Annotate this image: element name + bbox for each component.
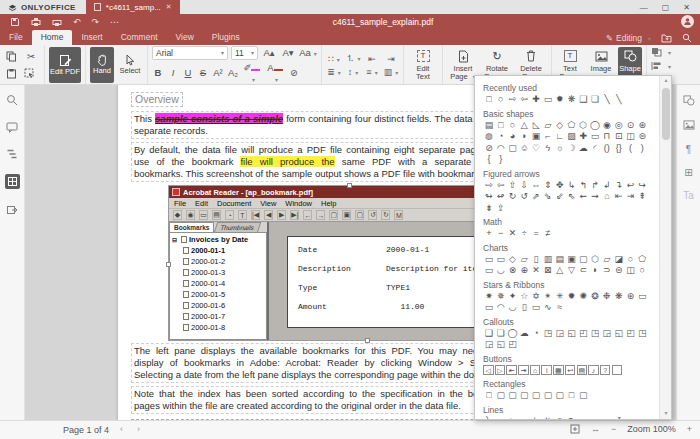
shape-cell[interactable]: ▣ [566,254,578,266]
menu-plugins[interactable]: Plugins [203,30,249,45]
shape-cell[interactable]: ❂ [589,291,601,303]
shape-cell[interactable]: ⊘ [483,143,495,155]
window-close-button[interactable]: ✕ [683,3,690,12]
shape-cell[interactable]: ↪ [636,180,648,192]
window-minimize-button[interactable]: — [640,3,648,12]
shape-cell[interactable]: ○ [636,265,648,277]
shape-cell[interactable]: ◲ [483,339,495,351]
increase-indent-button[interactable]: ⇥ [383,54,399,64]
shape-cell[interactable]: ▭ [530,302,542,314]
shape-cell[interactable]: ▯ [530,254,542,266]
shape-cell[interactable]: ∟ [554,131,566,143]
shape-cell[interactable]: ◳ [589,328,601,340]
shape-cell[interactable]: ↩ [625,180,637,192]
zoom-level[interactable]: Zoom 100% [627,424,676,434]
hand-tool-button[interactable]: Hand [90,47,114,83]
columns-button[interactable]: ▥▾ [383,67,399,77]
shape-cell[interactable]: ⊜ [636,131,648,143]
shape-cell[interactable]: ○ [507,120,519,132]
shape-cell[interactable]: ❑ [577,94,589,106]
copy-icon[interactable] [6,51,17,62]
shape-cell[interactable]: ╲ [483,416,495,420]
shape-cell[interactable]: ↳ [566,180,578,192]
shape-cell[interactable]: ◲ [554,328,566,340]
resize-handle-bottom[interactable] [365,338,370,343]
shape-cell[interactable]: ⇨ [507,94,519,106]
shape-cell[interactable]: ▭ [483,254,495,266]
shape-cell[interactable]: ( [625,143,637,155]
shape-cell[interactable]: ◲ [601,328,613,340]
shape-cell[interactable]: ÷ [518,228,530,240]
shape-cell[interactable]: ⊛ [636,120,648,132]
shape-cell[interactable]: ⇙ [554,191,566,203]
shape-cell[interactable]: □ [495,120,507,132]
shape-cell[interactable]: ⊛ [625,291,637,303]
shape-cell[interactable]: ) [636,143,648,155]
shape-cell[interactable]: ◰ [507,339,519,351]
shape-cell[interactable]: ▢ [530,390,542,402]
shape-cell[interactable]: ▷ [495,365,506,376]
shape-cell[interactable]: ✥ [554,180,566,192]
shape-cell[interactable]: ▭ [589,131,601,143]
shape-cell[interactable]: ⇨ [483,180,495,192]
paragraph-settings-button[interactable]: ¶ [686,144,691,155]
zoom-in-button[interactable]: + [687,424,692,434]
shape-cell[interactable]: ◍ [483,131,495,143]
increase-font-button[interactable]: A▴ [261,47,277,58]
bullet-list-button[interactable]: ∷▾ [326,54,342,64]
image-settings-button[interactable] [683,120,695,132]
shape-cell[interactable]: ◇ [554,120,566,132]
shape-cell[interactable]: ⌂ [530,365,541,376]
mode-switcher[interactable]: ✎ Editing ▾ [606,33,651,43]
shape-cell[interactable]: ∿ [589,416,601,420]
document-tab[interactable]: *c4611_samp... ✕ [86,0,180,14]
shape-cell[interactable]: ▢ [507,143,519,155]
shape-cell[interactable]: ≠ [542,228,554,240]
line-spacing-button[interactable]: ↕▾ [345,67,361,77]
shape-cell[interactable]: ♪ [588,365,599,376]
edit-pdf-button[interactable]: Edit PDF [49,47,81,83]
shape-cell[interactable]: ♡ [530,143,542,155]
shape-cell[interactable]: ◁ [483,365,494,376]
shape-cell[interactable]: ↲ [601,180,613,192]
shape-cell[interactable]: ❋ [566,94,578,106]
font-size-select[interactable]: 11▾ [231,46,258,60]
shape-cell[interactable]: ▨ [566,131,578,143]
shape-cell[interactable]: ◠ [495,143,507,155]
shape-cell[interactable]: ⇧ [507,180,519,192]
shape-cell[interactable]: ⇘ [542,191,554,203]
shape-cell[interactable]: ◺ [530,120,542,132]
shape-cell[interactable]: ✚ [530,94,542,106]
shape-cell[interactable]: ▢ [577,254,589,266]
shape-cell[interactable]: ✵ [495,291,507,303]
shape-cell[interactable]: ↺ [518,191,530,203]
shape-cell[interactable]: ❉ [601,291,613,303]
shape-cell[interactable]: ↫ [495,191,507,203]
shape-cell[interactable]: ◯ [589,120,601,132]
shape-cell[interactable]: ? [600,365,611,376]
shape-cell[interactable]: ▭ [483,265,495,277]
edit-text-button[interactable]: T Edit Text [408,49,438,81]
align-shape-button[interactable]: ▾ [651,61,671,71]
window-maximize-button[interactable]: ▢ [662,3,670,12]
cut-icon[interactable]: ✂ [24,51,38,62]
tab-close-icon[interactable]: ✕ [166,3,172,11]
shape-cell[interactable] [612,365,623,376]
shape-panel-scrollbar[interactable]: ▴ ▾ [659,76,671,419]
shape-cell[interactable]: − [495,228,507,240]
shape-cell[interactable]: ▢ [518,390,530,402]
shape-cell[interactable]: ⊂ [577,265,589,277]
shape-cell[interactable]: ↰ [577,180,589,192]
shape-cell[interactable]: △ [554,265,566,277]
menu-insert[interactable]: Insert [72,30,111,45]
shape-cell[interactable]: ⇦ [518,94,530,106]
strikethrough-button[interactable]: S [197,67,209,78]
resize-handle-top[interactable] [347,183,352,188]
search-icon[interactable] [682,33,692,43]
superscript-button[interactable]: A² [212,67,224,78]
shape-cell[interactable]: ✺ [577,291,589,303]
numbered-list-button[interactable]: ⒈▾ [345,52,361,65]
shape-cell[interactable]: ⊓ [601,131,613,143]
shape-cell[interactable]: ▣ [530,131,542,143]
table-settings-button[interactable]: ⊞ [684,167,692,178]
